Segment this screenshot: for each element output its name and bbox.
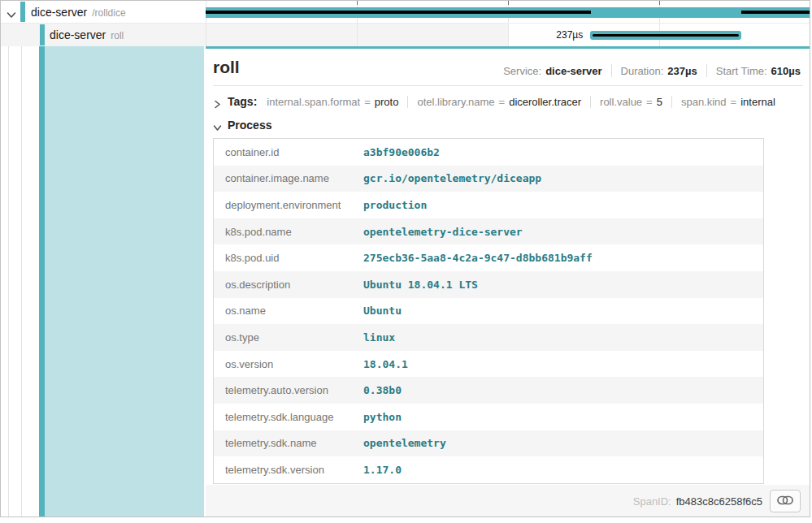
table-row: telemetry.sdk.version1.17.0 xyxy=(214,456,763,483)
table-row: container.image.namegcr.io/opentelemetry… xyxy=(214,166,763,192)
span-row-rolldice[interactable]: dice-server/rolldice xyxy=(1,1,810,24)
tree-gutter xyxy=(1,46,206,517)
tags-summary: internal.span.format=proto otel.library.… xyxy=(267,96,775,108)
table-row: telemetry.auto.version0.38b0 xyxy=(214,377,763,404)
deep-link-button[interactable] xyxy=(770,490,801,512)
service-name: dice-server xyxy=(50,28,106,41)
table-row: os.descriptionUbuntu 18.04.1 LTS xyxy=(214,271,763,298)
start-time-label: Start Time: xyxy=(716,65,767,77)
process-accordion[interactable]: Process xyxy=(213,119,803,132)
collapse-chevron-icon[interactable] xyxy=(7,8,16,16)
link-icon xyxy=(777,495,793,508)
span-id-value: fb483c8c6258f6c5 xyxy=(676,495,762,508)
operation-name: roll xyxy=(111,30,124,41)
tag-divider xyxy=(407,96,408,108)
table-row: os.typelinux xyxy=(214,324,763,351)
tag-item: otel.library.name=diceroller.tracer xyxy=(417,96,581,108)
table-row: deployment.environmentproduction xyxy=(214,192,763,218)
span-meta: Service: dice-server Duration: 237µs Sta… xyxy=(503,64,801,77)
span-id-label: SpanID: xyxy=(633,495,671,508)
table-row: container.ida3bf90e006b2 xyxy=(214,139,763,166)
process-table: container.ida3bf90e006b2 container.image… xyxy=(213,138,764,484)
tag-item: span.kind=internal xyxy=(681,96,775,108)
tag-divider xyxy=(671,96,672,108)
span-operation-title: roll xyxy=(213,58,240,77)
indent-guide-line xyxy=(21,46,22,517)
span-detail-footer: SpanID: fb483c8c6258f6c5 xyxy=(206,485,810,517)
span-detail-panel: roll Service: dice-server Duration: 237µ… xyxy=(206,46,810,517)
service-color-stripe xyxy=(20,2,25,22)
tag-item: internal.span.format=proto xyxy=(267,96,398,108)
table-row: os.nameUbuntu xyxy=(214,298,763,325)
indent-guide-line xyxy=(8,46,9,517)
chevron-down-icon xyxy=(213,121,222,130)
duration-label: Duration: xyxy=(621,65,664,77)
duration-value: 237µs xyxy=(667,65,697,77)
tags-label: Tags: xyxy=(228,95,257,108)
tag-item: roll.value=5 xyxy=(600,96,662,108)
span-row-roll[interactable]: dice-serverroll xyxy=(1,24,810,46)
start-time-value: 610µs xyxy=(771,65,801,77)
tags-accordion[interactable]: Tags: internal.span.format=proto otel.li… xyxy=(213,95,803,108)
span-tree-cell[interactable]: dice-serverroll xyxy=(1,24,206,46)
table-row: telemetry.sdk.languagepython xyxy=(214,404,763,430)
table-row: k8s.pod.uid275ecb36-5aa8-4c2a-9c47-d8bb6… xyxy=(214,244,763,271)
table-row: telemetry.sdk.nameopentelemetry xyxy=(214,430,763,457)
service-label: Service: xyxy=(503,65,541,77)
span-tree-cell[interactable]: dice-server/rolldice xyxy=(1,1,206,23)
trace-view: 237µs dice-server/rolldice dice-serverro… xyxy=(0,0,812,523)
meta-divider xyxy=(611,64,612,77)
process-label: Process xyxy=(228,119,271,132)
tag-divider xyxy=(590,96,591,108)
header-divider xyxy=(213,85,803,86)
span-detail-header: roll Service: dice-server Duration: 237µ… xyxy=(206,49,810,77)
operation-name: /rolldice xyxy=(92,7,125,19)
chevron-right-icon xyxy=(213,97,222,106)
selected-span-underlay xyxy=(45,46,204,517)
service-value: dice-server xyxy=(545,65,601,77)
table-row: k8s.pod.nameopentelemetry-dice-server xyxy=(214,218,763,245)
service-color-stripe xyxy=(40,24,45,45)
meta-divider xyxy=(706,64,707,77)
selected-span-stripe xyxy=(39,46,45,517)
service-name: dice-server xyxy=(31,6,87,19)
table-row: os.version18.04.1 xyxy=(214,351,763,378)
